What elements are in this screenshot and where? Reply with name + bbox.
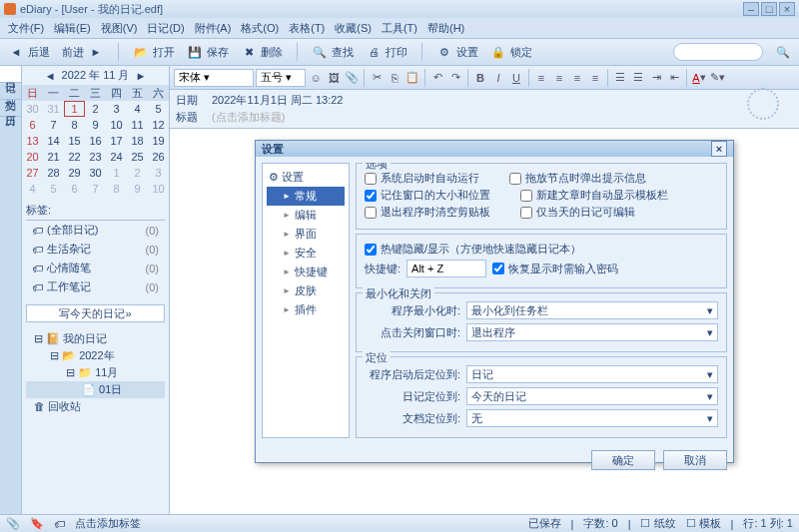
calendar-day[interactable]: 15 bbox=[64, 133, 85, 149]
print-button[interactable]: 🖨打印 bbox=[366, 44, 407, 60]
settings-tree-item[interactable]: 编辑 bbox=[267, 206, 345, 225]
hotkey-checkbox[interactable]: 热键隐藏/显示（方便地快速隐藏日记本） bbox=[365, 241, 718, 258]
calendar-day[interactable]: 27 bbox=[22, 165, 43, 181]
align-justify-icon[interactable]: ≡ bbox=[587, 70, 603, 86]
size-select[interactable]: 五号 ▾ bbox=[256, 69, 306, 87]
menu-item[interactable]: 日记(D) bbox=[143, 19, 188, 38]
attach-status-icon[interactable]: 📎 bbox=[6, 517, 20, 530]
dialog-close-button[interactable]: × bbox=[711, 141, 727, 157]
calendar-day[interactable]: 6 bbox=[22, 117, 43, 133]
calendar-day[interactable]: 2 bbox=[127, 165, 148, 181]
calendar-day[interactable]: 4 bbox=[22, 181, 43, 197]
bookmark-status-icon[interactable]: 🔖 bbox=[30, 517, 44, 530]
calendar-day[interactable]: 7 bbox=[43, 117, 64, 133]
save-button[interactable]: 💾保存 bbox=[187, 44, 229, 60]
search-go-icon[interactable]: 🔍 bbox=[775, 44, 791, 60]
calendar-day[interactable]: 22 bbox=[64, 149, 85, 165]
settings-button[interactable]: ⚙设置 bbox=[436, 44, 478, 60]
menu-item[interactable]: 收藏(S) bbox=[331, 19, 376, 38]
bold-icon[interactable]: B bbox=[472, 70, 488, 86]
attach-icon[interactable]: 📎 bbox=[344, 70, 360, 86]
menu-item[interactable]: 文件(F) bbox=[4, 19, 48, 38]
calendar-day[interactable]: 26 bbox=[148, 149, 169, 165]
calendar-day[interactable]: 6 bbox=[64, 181, 85, 197]
settings-tree-item[interactable]: 快捷键 bbox=[267, 263, 345, 281]
menu-item[interactable]: 编辑(E) bbox=[50, 19, 95, 38]
tree-day[interactable]: 📄 01日 bbox=[26, 381, 165, 398]
lock-button[interactable]: 🔒锁定 bbox=[490, 44, 532, 60]
align-right-icon[interactable]: ≡ bbox=[569, 70, 585, 86]
title-input[interactable]: (点击添加标题) bbox=[212, 110, 285, 125]
template-toggle[interactable]: 模板 bbox=[699, 517, 721, 529]
vertical-tab[interactable]: 文档 bbox=[0, 83, 21, 100]
menu-item[interactable]: 表格(T) bbox=[285, 19, 329, 38]
tree-year[interactable]: ⊟ 📂 2022年 bbox=[26, 347, 165, 364]
font-select[interactable]: 宋体 ▾ bbox=[174, 69, 254, 87]
settings-tree-item[interactable]: 常规 bbox=[267, 187, 345, 206]
align-center-icon[interactable]: ≡ bbox=[551, 70, 567, 86]
calendar-day[interactable]: 28 bbox=[43, 165, 64, 181]
tree-root[interactable]: ⊟ 📔 我的日记 bbox=[26, 330, 165, 347]
tag-item[interactable]: 🏷 工作笔记(0) bbox=[26, 277, 165, 296]
tag-status-icon[interactable]: 🏷 bbox=[54, 518, 65, 530]
vertical-tab[interactable]: 日历 bbox=[0, 100, 21, 117]
option-checkbox[interactable]: 新建文章时自动显示模板栏 bbox=[520, 187, 668, 204]
menu-item[interactable]: 工具(T) bbox=[378, 19, 421, 38]
calendar-day[interactable]: 12 bbox=[148, 117, 169, 133]
undo-icon[interactable]: ↶ bbox=[429, 70, 445, 86]
calendar-day[interactable]: 1 bbox=[106, 165, 127, 181]
option-checkbox[interactable]: 记住窗口的大小和位置 bbox=[365, 187, 490, 204]
calendar-day[interactable]: 23 bbox=[85, 149, 106, 165]
emoji-icon[interactable]: ☺ bbox=[308, 70, 324, 86]
ok-button[interactable]: 确定 bbox=[591, 450, 655, 470]
copy-icon[interactable]: ⎘ bbox=[387, 70, 402, 86]
calendar-day[interactable]: 17 bbox=[106, 133, 127, 149]
calendar-day[interactable]: 3 bbox=[106, 101, 127, 117]
settings-tree-item[interactable]: 皮肤 bbox=[267, 281, 345, 300]
italic-icon[interactable]: I bbox=[490, 70, 506, 86]
menu-item[interactable]: 格式(O) bbox=[237, 19, 283, 38]
cancel-button[interactable]: 取消 bbox=[663, 450, 727, 470]
outdent-icon[interactable]: ⇤ bbox=[666, 70, 682, 86]
calendar-day[interactable]: 10 bbox=[148, 181, 169, 197]
calendar-day[interactable]: 24 bbox=[106, 149, 127, 165]
calendar-day[interactable]: 9 bbox=[85, 117, 106, 133]
highlight-icon[interactable]: ✎▾ bbox=[709, 70, 725, 86]
cut-icon[interactable]: ✂ bbox=[369, 70, 385, 86]
calendar-day[interactable]: 9 bbox=[127, 181, 148, 197]
fontcolor-icon[interactable]: A▾ bbox=[691, 70, 707, 86]
cal-next[interactable]: ► bbox=[135, 70, 146, 82]
option-checkbox[interactable]: 拖放节点时弹出提示信息 bbox=[509, 170, 646, 187]
delete-button[interactable]: ✖删除 bbox=[241, 44, 283, 60]
calendar-day[interactable]: 30 bbox=[22, 101, 43, 117]
calendar-day[interactable]: 19 bbox=[148, 133, 169, 149]
hotkey-input[interactable] bbox=[406, 260, 486, 277]
search-input[interactable] bbox=[673, 43, 763, 61]
calendar-day[interactable]: 3 bbox=[148, 165, 169, 181]
locate-diary-select[interactable]: 今天的日记▾ bbox=[466, 387, 718, 405]
calendar-day[interactable]: 10 bbox=[106, 117, 127, 133]
calendar-day[interactable]: 11 bbox=[127, 117, 148, 133]
open-button[interactable]: 📂打开 bbox=[133, 44, 175, 60]
calendar-day[interactable]: 25 bbox=[127, 149, 148, 165]
calendar-day[interactable]: 2 bbox=[85, 101, 106, 117]
paper-toggle[interactable]: 纸纹 bbox=[654, 517, 676, 529]
paste-icon[interactable]: 📋 bbox=[404, 70, 420, 86]
calendar-day[interactable]: 18 bbox=[127, 133, 148, 149]
settings-tree-item[interactable]: 插件 bbox=[267, 300, 345, 319]
menu-item[interactable]: 附件(A) bbox=[191, 19, 236, 38]
calendar-day[interactable]: 8 bbox=[64, 117, 85, 133]
forward-button[interactable]: 前进► bbox=[62, 44, 104, 60]
minimize-button[interactable]: – bbox=[743, 2, 759, 16]
calendar-day[interactable]: 13 bbox=[22, 133, 43, 149]
tree-recycle[interactable]: 🗑 回收站 bbox=[26, 398, 165, 415]
calendar-day[interactable]: 30 bbox=[85, 165, 106, 181]
locate-start-select[interactable]: 日记▾ bbox=[466, 365, 718, 383]
calendar-day[interactable]: 5 bbox=[43, 181, 64, 197]
indent-icon[interactable]: ⇥ bbox=[648, 70, 664, 86]
calendar-day[interactable]: 4 bbox=[127, 101, 148, 117]
restore-pwd-checkbox[interactable]: 恢复显示时需输入密码 bbox=[492, 261, 618, 277]
calendar-day[interactable]: 29 bbox=[64, 165, 85, 181]
menu-item[interactable]: 视图(V) bbox=[97, 19, 142, 38]
tag-item[interactable]: 🏷 生活杂记(0) bbox=[26, 240, 165, 259]
